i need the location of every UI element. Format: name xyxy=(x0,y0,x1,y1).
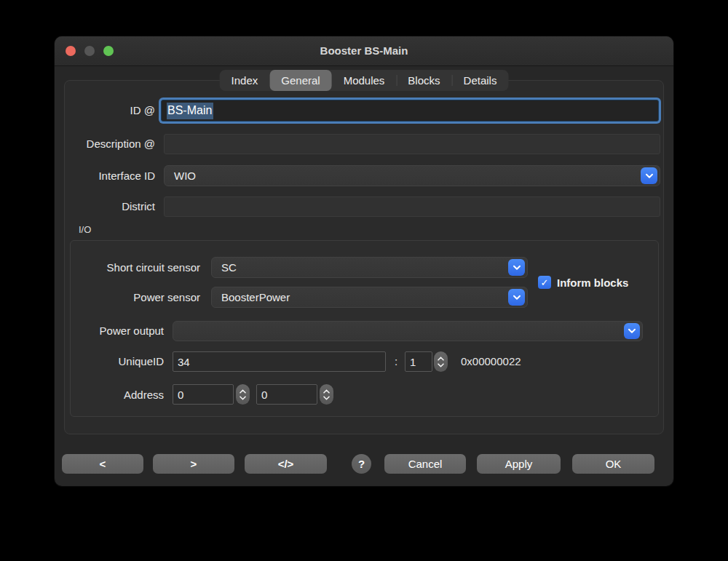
power-sensor-dropdown-button[interactable] xyxy=(508,289,525,306)
ok-button[interactable]: OK xyxy=(572,454,654,474)
tab-general[interactable]: General xyxy=(269,70,331,91)
window-title: Booster BS-Main xyxy=(55,36,673,65)
tab-index[interactable]: Index xyxy=(220,70,270,91)
checkmark-icon: ✓ xyxy=(541,277,549,288)
address-stepper-2[interactable] xyxy=(320,384,333,405)
title-bar: Booster BS-Main xyxy=(55,36,673,66)
power-sensor-value: BoosterPower xyxy=(212,291,290,303)
chevron-up-icon xyxy=(438,357,444,361)
dialog-window: Booster BS-Main Index General Modules Bl… xyxy=(55,36,673,486)
chevron-down-icon xyxy=(645,173,654,179)
power-output-dropdown-button[interactable] xyxy=(624,323,640,339)
chevron-up-icon xyxy=(240,389,246,394)
power-sensor-combobox[interactable]: BoosterPower xyxy=(211,287,528,308)
chevron-down-icon xyxy=(628,328,636,334)
power-output-label: Power output xyxy=(70,321,164,341)
address-label: Address xyxy=(70,384,164,405)
chevron-down-icon xyxy=(438,363,444,367)
unique-id-major-input[interactable] xyxy=(173,351,386,372)
district-label: District xyxy=(55,196,155,217)
interface-id-label: Interface ID xyxy=(55,165,155,186)
id-label: ID @ xyxy=(55,100,155,122)
description-input[interactable] xyxy=(164,134,660,154)
tab-details[interactable]: Details xyxy=(452,70,509,91)
chevron-down-icon xyxy=(240,396,246,400)
chevron-down-icon xyxy=(513,295,521,301)
back-button[interactable]: < xyxy=(62,454,143,474)
unique-id-separator: : xyxy=(395,351,397,372)
cancel-button[interactable]: Cancel xyxy=(384,454,466,474)
tab-modules[interactable]: Modules xyxy=(332,70,397,91)
io-group-label: I/O xyxy=(79,224,91,235)
power-sensor-label: Power sensor xyxy=(70,287,200,308)
short-circuit-sensor-combobox[interactable]: SC xyxy=(211,257,528,278)
address-input-2[interactable] xyxy=(256,384,317,405)
help-button[interactable]: ? xyxy=(352,454,371,474)
description-label: Description @ xyxy=(55,134,155,154)
unique-id-hex-value: 0x00000022 xyxy=(461,351,521,372)
forward-button[interactable]: > xyxy=(153,454,234,474)
short-circuit-sensor-label: Short circuit sensor xyxy=(70,257,200,278)
unique-id-label: UniqueID xyxy=(70,351,164,372)
short-circuit-sensor-value: SC xyxy=(212,261,237,274)
short-circuit-dropdown-button[interactable] xyxy=(508,259,525,276)
inform-blocks-checkbox[interactable]: ✓ xyxy=(538,276,551,289)
unique-id-minor-input[interactable] xyxy=(405,351,432,372)
tab-blocks[interactable]: Blocks xyxy=(396,70,451,91)
unique-id-stepper[interactable] xyxy=(434,351,448,372)
id-selected-text: BS-Main xyxy=(167,103,213,119)
tab-bar: Index General Modules Blocks Details xyxy=(220,70,509,91)
interface-id-dropdown-button[interactable] xyxy=(641,167,657,184)
id-input[interactable]: BS-Main xyxy=(161,100,659,122)
interface-id-combobox[interactable]: WIO xyxy=(164,165,660,186)
inform-blocks-label: Inform blocks xyxy=(557,276,628,289)
chevron-down-icon xyxy=(323,396,330,400)
power-output-combobox[interactable] xyxy=(173,321,643,341)
code-button[interactable]: </> xyxy=(245,454,327,474)
chevron-down-icon xyxy=(513,265,521,271)
chevron-up-icon xyxy=(323,389,330,394)
address-stepper-1[interactable] xyxy=(236,384,250,405)
address-input-1[interactable] xyxy=(173,384,234,405)
interface-id-value: WIO xyxy=(165,170,196,182)
district-input[interactable] xyxy=(164,196,660,217)
apply-button[interactable]: Apply xyxy=(477,454,561,474)
inform-blocks-checkbox-row: ✓ Inform blocks xyxy=(538,276,628,289)
